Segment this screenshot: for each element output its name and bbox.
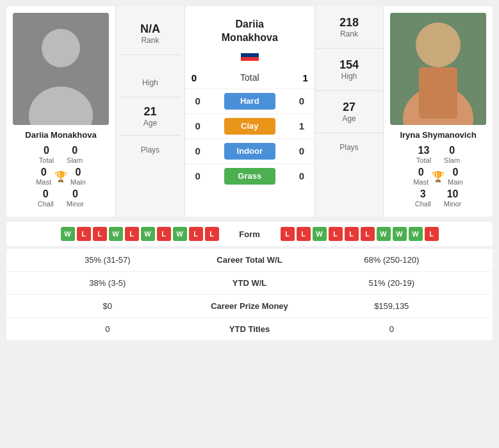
player-right-panel: Iryna Shymanovich 13 Total 0 Slam 0 Mast… <box>384 6 493 217</box>
trophy-right-icon: 🏆 <box>432 170 445 183</box>
stats-section: 35% (31-57)Career Total W/L68% (250-120)… <box>6 249 493 340</box>
player-left-panel: Dariia Monakhova 0 Total 0 Slam 0 Mast 🏆 <box>6 6 115 217</box>
form-right-badge-5: L <box>361 227 375 241</box>
surface-row-hard: 0 Hard 0 <box>185 88 315 113</box>
total-row: 0 Total 1 <box>185 67 315 88</box>
player-left-total: 0 Total <box>39 145 54 164</box>
stats-left-0: 35% (31-57) <box>17 255 199 265</box>
svg-point-1 <box>42 29 80 67</box>
form-left-badge-2: L <box>93 227 107 241</box>
stats-right-1: 51% (20-19) <box>301 278 483 288</box>
player-left-slam: 0 Slam <box>67 145 83 164</box>
right-plays-box: Plays <box>315 133 383 162</box>
stats-row-0: 35% (31-57)Career Total W/L68% (250-120) <box>6 249 493 272</box>
form-right-badge-2: W <box>313 227 327 241</box>
player-right-stats-row1: 13 Total 0 Slam <box>416 145 460 164</box>
surface-row-grass: 0 Grass 0 <box>185 163 315 188</box>
player-right-photo <box>390 13 486 125</box>
stats-center-3: YTD Titles <box>199 324 301 334</box>
stats-row-3: 0YTD Titles0 <box>6 318 493 340</box>
stats-row-2: $0Career Prize Money$159,135 <box>6 295 493 318</box>
player-left-chall: 0 Chall <box>38 188 54 208</box>
stats-right-3: 0 <box>301 324 483 334</box>
player-left-main: 0 Main <box>70 167 86 186</box>
right-age-box: 27 Age <box>315 91 383 133</box>
form-right-badge-8: W <box>409 227 423 241</box>
left-high-box: High <box>119 55 181 97</box>
right-stats-panel: 218 Rank 154 High 27 Age Plays <box>315 6 384 217</box>
stats-center-1: YTD W/L <box>199 278 301 288</box>
clay-badge[interactable]: Clay <box>224 118 275 135</box>
form-right-badge-0: L <box>281 227 295 241</box>
form-right-badge-3: L <box>329 227 343 241</box>
form-left-badge-9: L <box>205 227 219 241</box>
grass-badge[interactable]: Grass <box>224 168 275 185</box>
trophy-left-icon: 🏆 <box>54 170 67 183</box>
player-left-stats-row2: 0 Mast 🏆 0 Main <box>36 167 86 186</box>
player-right-minor: 10 Minor <box>444 188 462 208</box>
stats-left-3: 0 <box>17 324 199 334</box>
player-left-stats-row3: 0 Chall 0 Minor <box>38 188 85 208</box>
form-right-badge-7: W <box>393 227 407 241</box>
player-left-mast: 0 Mast <box>36 167 51 186</box>
left-age-box: 21 Age <box>119 97 181 136</box>
form-left-badge-1: L <box>77 227 91 241</box>
form-left-badge-0: W <box>61 227 75 241</box>
player-right-stats-row2: 0 Mast 🏆 0 Main <box>413 167 463 186</box>
form-right-badge-4: L <box>345 227 359 241</box>
svg-rect-6 <box>419 67 457 119</box>
stats-row-1: 38% (3-5)YTD W/L51% (20-19) <box>6 272 493 295</box>
form-right-badge-9: L <box>425 227 439 241</box>
center-column: DariiaMonakhova 0 Total 1 0 Hard 0 <box>185 6 315 217</box>
player-right-stats-row3: 3 Chall 10 Minor <box>415 188 462 208</box>
form-left-badge-4: L <box>125 227 139 241</box>
stats-center-2: Career Prize Money <box>199 301 301 311</box>
form-badges-right: LLWLLLWWWL <box>281 227 486 241</box>
left-plays-box: Plays <box>119 136 181 164</box>
form-left-badge-8: L <box>189 227 203 241</box>
player-left-photo <box>13 13 109 125</box>
player-right-name: Iryna Shymanovich <box>400 130 476 140</box>
player-left-name: Dariia Monakhova <box>25 130 96 140</box>
right-rank-box: 218 Rank <box>315 6 383 49</box>
stats-left-1: 38% (3-5) <box>17 278 199 288</box>
svg-point-4 <box>416 22 461 67</box>
player-right-slam: 0 Slam <box>444 145 460 164</box>
player-left-stats-row1: 0 Total 0 Slam <box>39 145 83 164</box>
form-left-badge-7: W <box>173 227 187 241</box>
form-label: Form <box>224 229 275 239</box>
top-section: Dariia Monakhova 0 Total 0 Slam 0 Mast 🏆 <box>6 6 493 217</box>
hard-badge[interactable]: Hard <box>224 93 275 110</box>
center-flag-left <box>241 48 259 67</box>
player-right-mast: 0 Mast <box>413 167 429 186</box>
form-badges-left: WLLWLWLWLL <box>14 227 219 241</box>
main-container: Dariia Monakhova 0 Total 0 Slam 0 Mast 🏆 <box>0 0 499 347</box>
stats-right-0: 68% (250-120) <box>301 255 483 265</box>
left-rank-box: N/A Rank <box>119 13 181 55</box>
form-right-badge-6: W <box>377 227 391 241</box>
surface-row-clay: 0 Clay 1 <box>185 113 315 138</box>
form-section: WLLWLWLWLL Form LLWLLLWWWL <box>6 222 493 246</box>
player-right-chall: 3 Chall <box>415 188 431 208</box>
player-right-total: 13 Total <box>416 145 431 164</box>
stats-left-2: $0 <box>17 301 199 311</box>
form-left-badge-3: W <box>109 227 123 241</box>
center-player-left-name: DariiaMonakhova <box>218 12 281 48</box>
surface-rows: 0 Hard 0 0 Clay 1 0 Indoor 0 0 Grass <box>185 88 315 217</box>
player-left-minor: 0 Minor <box>67 188 85 208</box>
player-right-main: 0 Main <box>448 167 463 186</box>
surface-row-indoor: 0 Indoor 0 <box>185 138 315 163</box>
indoor-badge[interactable]: Indoor <box>224 143 275 160</box>
form-left-badge-5: W <box>141 227 155 241</box>
ru-flag <box>241 49 259 61</box>
form-left-badge-6: L <box>157 227 171 241</box>
stats-center-0: Career Total W/L <box>199 255 301 265</box>
left-stats-panel: N/A Rank High 21 Age Plays <box>115 6 185 217</box>
right-high-box: 154 High <box>315 49 383 91</box>
stats-right-2: $159,135 <box>301 301 483 311</box>
form-right-badge-1: L <box>297 227 311 241</box>
